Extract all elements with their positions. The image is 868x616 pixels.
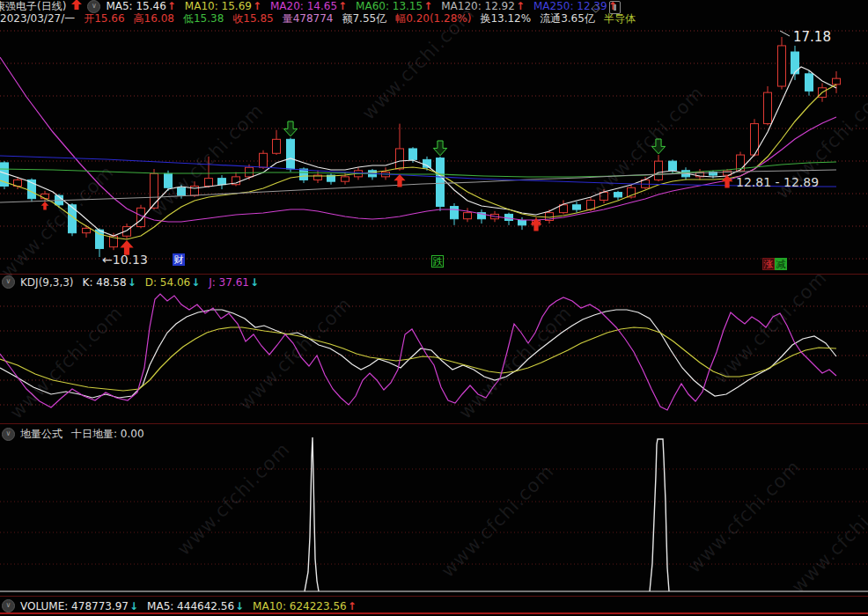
kdj-line-j (0, 294, 836, 410)
candle-up[interactable] (778, 46, 786, 86)
ma-value-label: MA20: 14.65 (270, 0, 337, 12)
ma-value-label: MA5: 15.46 (106, 0, 166, 12)
quote-field-label: 换13.12% (480, 12, 531, 25)
diliang-values-row: 地量公式十日地量: 0.00 (20, 427, 153, 442)
down-arrow-icon: ↓ (235, 600, 244, 612)
kdj-value-label: J: 37.61 (209, 276, 249, 289)
event-badge: 跌 (431, 255, 444, 268)
quote-field-item: 高16.08 (134, 12, 174, 25)
candle-up[interactable] (151, 173, 158, 208)
diliang-header: ∨ 地量公式十日地量: 0.00 (2, 427, 153, 442)
candle-up[interactable] (396, 149, 404, 169)
candle-down[interactable] (287, 139, 295, 169)
ma-line-ma20 (0, 57, 836, 222)
candle-down[interactable] (505, 214, 513, 220)
candle-up[interactable] (260, 153, 268, 167)
diliang-collapse-chevron-icon[interactable]: ∨ (2, 428, 15, 441)
quote-field-item: 换13.12% (480, 12, 531, 25)
candle-down[interactable] (451, 207, 459, 219)
candle-down[interactable] (218, 179, 226, 185)
down-arrow-icon: ↓ (191, 276, 200, 289)
event-badge: 减 (775, 258, 787, 270)
diliang-value-label: 地量公式 (20, 427, 63, 442)
event-badge: 财 (173, 253, 185, 266)
candle-up[interactable] (600, 193, 608, 201)
quote-field-item: 2023/03/27/一 (0, 12, 75, 25)
quote-field-item: 幅0.20(1.28%) (395, 12, 471, 25)
kdj-indicator-chart[interactable] (0, 275, 868, 423)
quote-field-label: 量478774 (283, 12, 334, 25)
indicator-spike (305, 437, 319, 591)
kdj-value-item: J: 37.61↓ (209, 276, 259, 289)
stock-title[interactable]: 康强电子(日线) (0, 0, 66, 12)
kdj-value-label: D: 54.06 (145, 276, 190, 289)
quote-field-item: 流通3.65亿 (540, 12, 595, 25)
collapse-chevron-icon[interactable]: ∨ (87, 0, 100, 13)
candle-down[interactable] (437, 158, 445, 207)
quote-field-item: 额7.55亿 (342, 12, 386, 25)
volume-collapse-chevron-icon[interactable]: ∨ (2, 599, 15, 612)
ma-value-item: MA20: 14.65↑ (270, 0, 347, 12)
candle-up[interactable] (464, 213, 472, 219)
volume-value-label: MA5: 444642.56 (147, 600, 234, 612)
kdj-collapse-chevron-icon[interactable]: ∨ (2, 275, 15, 289)
quote-field-label: 2023/03/27/一 (0, 12, 75, 25)
candle-down[interactable] (300, 169, 308, 180)
kdj-line-d (0, 327, 836, 391)
candle-down[interactable] (805, 74, 813, 92)
candle-up[interactable] (655, 161, 663, 180)
buy-signal-arrow-icon (41, 202, 49, 210)
up-arrow-icon: ↑ (423, 0, 432, 12)
sell-signal-arrow-icon (433, 141, 446, 156)
annotation-pointer-line (780, 31, 790, 36)
candle-down[interactable] (519, 221, 526, 225)
kdj-header: ∨ KDJ(9,3,3)K: 48.58↓D: 54.06↓J: 37.61↓ (2, 275, 268, 289)
candle-up[interactable] (205, 179, 213, 187)
up-arrow-icon: ↑ (167, 0, 176, 12)
diliang-value-item: 十日地量: 0.00 (71, 427, 144, 442)
panel-separator (0, 596, 868, 597)
diliang-value-item: 地量公式 (20, 427, 63, 442)
ma-value-item: MA120: 12.92↑ (441, 0, 525, 12)
quote-field-item: 量478774 (283, 12, 334, 25)
candle-up[interactable] (83, 228, 91, 232)
candle-down[interactable] (409, 149, 417, 159)
candle-up[interactable] (246, 167, 254, 177)
quote-field-item: 低15.38 (183, 12, 224, 25)
kdj-value-item: D: 54.06↓ (145, 276, 201, 289)
up-arrow-icon: ↑ (338, 0, 347, 12)
volume-value-item: MA5: 444642.56↓ (147, 600, 244, 612)
down-arrow-icon: ↓ (250, 276, 259, 289)
diliang-indicator-chart[interactable] (0, 424, 868, 597)
header-line2: 2023/03/27/一开15.66高16.08低15.38收15.85量478… (0, 12, 644, 25)
candle-down[interactable] (614, 193, 622, 197)
candle-up[interactable] (764, 92, 772, 123)
quote-field-label: 流通3.65亿 (540, 12, 595, 25)
candle-up[interactable] (342, 177, 349, 181)
candle-down[interactable] (573, 205, 581, 209)
ma-value-item: MA10: 15.69↑ (185, 0, 261, 12)
quote-field-label: 低15.38 (183, 12, 224, 25)
kdj-values-row: KDJ(9,3,3)K: 48.58↓D: 54.06↓J: 37.61↓ (20, 276, 268, 289)
ma-line-ma5 (0, 67, 836, 236)
ma-value-label: MA60: 13.15 (356, 0, 423, 12)
candle-down[interactable] (791, 52, 799, 74)
volume-value-label: VOLUME: 478773.97 (20, 600, 129, 612)
sell-signal-arrow-icon (651, 139, 665, 154)
candle-down[interactable] (178, 187, 186, 195)
price-annotation: ←10.13 (102, 253, 148, 267)
candle-down[interactable] (669, 161, 677, 171)
kdj-value-item: KDJ(9,3,3) (20, 276, 74, 289)
candle-down[interactable] (423, 159, 431, 167)
event-badge: 涨 (762, 258, 775, 270)
candle-down[interactable] (165, 173, 173, 187)
ma-values-row: MA5: 15.46↑MA10: 15.69↑MA20: 14.65↑MA60:… (106, 0, 625, 12)
bottom-border-line (0, 612, 868, 614)
candle-up[interactable] (833, 78, 841, 84)
candle-up[interactable] (273, 139, 281, 153)
header-line1: 康强电子(日线) ∨ MA5: 15.46↑MA10: 15.69↑MA20: … (0, 0, 626, 12)
volume-value-item: VOLUME: 478773.97↓ (20, 600, 138, 612)
main-candlestick-chart[interactable]: 17.1812.81 - 12.89←10.13 (0, 25, 868, 274)
quote-field-label: 幅0.20(1.28%) (395, 12, 471, 25)
kdj-line-k (0, 310, 836, 398)
